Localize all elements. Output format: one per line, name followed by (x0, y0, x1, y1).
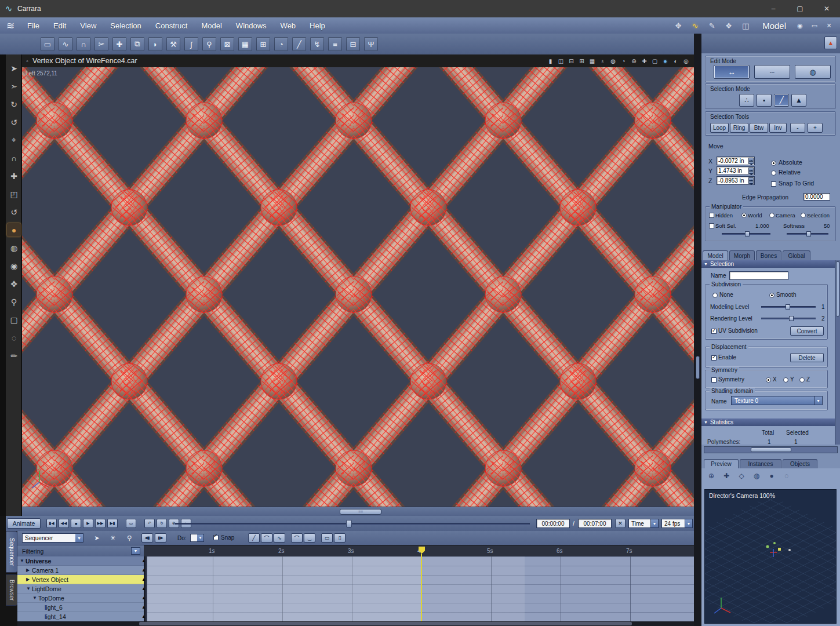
tab-global[interactable]: Global (783, 250, 810, 260)
pencil-tool-icon[interactable]: ✏ (7, 349, 21, 362)
rotate-view-tool-icon[interactable]: ↻ (7, 97, 21, 111)
preview-pan-icon[interactable]: ✚ (721, 471, 732, 481)
vscroll-handle[interactable] (836, 261, 839, 316)
softness-slider[interactable] (787, 231, 828, 236)
keyframe-icon[interactable]: ▲ (141, 605, 146, 610)
window-close-button[interactable]: ✕ (813, 0, 840, 17)
room-texture-icon[interactable]: ✎ (705, 20, 719, 31)
convert-button[interactable]: Convert (790, 326, 824, 336)
camera-tool-icon[interactable]: ◉ (7, 259, 21, 272)
spinner[interactable] (748, 168, 754, 174)
symmetry-checkbox[interactable] (711, 377, 717, 383)
preview-wire-icon[interactable]: ◍ (751, 471, 762, 481)
time-units-dropdown[interactable]: Time▼ (628, 519, 659, 528)
marquee-select-tool-icon[interactable]: ▢ (7, 313, 21, 326)
branch-tool-icon[interactable]: Ψ (364, 37, 378, 51)
orbit-tool-icon[interactable]: ↺ (7, 115, 21, 129)
hscroll-handle[interactable]: ≡≡ (340, 509, 381, 515)
fps-dropdown[interactable]: 24 fps▼ (661, 519, 693, 528)
stop-button[interactable]: ■ (71, 519, 81, 528)
snap-to-grid-checkbox[interactable] (771, 181, 776, 187)
rendering-level-slider[interactable] (761, 316, 816, 321)
uv-subdivision-checkbox[interactable] (711, 329, 717, 334)
axis-z-field[interactable]: -0.8953 in (717, 176, 755, 185)
sweep-tool-icon[interactable]: ↯ (310, 37, 324, 51)
display-textured-icon[interactable]: ◎ (682, 57, 690, 65)
tree-expander-icon[interactable]: ▼ (26, 586, 32, 591)
splitter-handle[interactable] (696, 356, 700, 379)
modeling-level-slider[interactable] (761, 304, 816, 310)
rotate-gizmo-icon[interactable]: ↺ (7, 205, 21, 219)
side-tab-sequencer[interactable]: Sequencer (6, 531, 17, 573)
viewport-canvas[interactable]: Left 2572,11 (22, 67, 694, 507)
do-dropdown[interactable]: ▼ (190, 534, 204, 542)
pin-tool-icon[interactable]: ✚ (112, 37, 126, 51)
hscroll-handle[interactable] (751, 447, 791, 452)
tree-row-topdome[interactable]: ▼TopDome (17, 594, 144, 603)
subdivision-none-radio[interactable] (712, 293, 718, 298)
tree-expander-icon[interactable]: ▼ (32, 595, 38, 600)
room-model-icon[interactable]: ∿ (688, 20, 702, 31)
selection-tool-inv-button[interactable]: Inv (769, 123, 787, 133)
edit-mode-sphere-button[interactable]: ◍ (795, 65, 831, 79)
zoom-tool-icon[interactable]: ⚲ (7, 295, 21, 308)
world-radio[interactable] (741, 213, 747, 218)
display-bbox-icon[interactable]: ▢ (650, 57, 659, 65)
next-key-button[interactable]: ▮▶ (155, 533, 166, 543)
sphere-tool-icon[interactable]: ◔ (274, 37, 288, 51)
pan-hand-tool-icon[interactable]: ✥ (7, 277, 21, 290)
sun-icon[interactable]: ☀ (108, 533, 118, 543)
properties-scrollbar[interactable] (835, 260, 840, 445)
selection-name-input[interactable] (729, 271, 788, 280)
layout-four-icon[interactable]: ⊞ (577, 57, 586, 65)
menu-file[interactable]: File (21, 19, 46, 32)
zoom-range-button[interactable]: ▯ (334, 533, 346, 543)
tree-row-lightdome[interactable]: ▼LightDome (17, 584, 144, 594)
globe-wire-icon[interactable]: ♁ (598, 57, 607, 65)
preview-zoom-icon[interactable]: ◇ (736, 471, 747, 481)
menu-construct[interactable]: Construct (149, 19, 194, 32)
zoom-extent-button[interactable]: ▭ (321, 533, 333, 543)
globe-textured-icon[interactable]: ◔ (619, 57, 628, 65)
hammer-tool-icon[interactable]: ⚒ (166, 37, 180, 51)
properties-hscrollbar[interactable] (704, 446, 838, 453)
keyframe-icon[interactable]: ▲ (141, 586, 146, 591)
tween-bezier-button[interactable]: ⌒ (261, 533, 272, 543)
wrench-tool-icon[interactable]: ⌖ (7, 133, 21, 147)
keyframe-icon[interactable]: ▲ (141, 595, 146, 600)
eye-icon[interactable]: ◉ (795, 21, 805, 30)
prev-frame-button[interactable]: ◀◀ (59, 519, 69, 528)
menu-help[interactable]: Help (303, 19, 332, 32)
end-time-field[interactable]: 00:07:00 (578, 519, 612, 528)
go-start-button[interactable]: ▮◀ (46, 519, 57, 528)
window-maximize-button[interactable]: ▢ (787, 0, 813, 17)
tween-linear-button[interactable]: ╱ (248, 533, 260, 543)
magnifier-icon[interactable]: ⚲ (124, 533, 134, 543)
tab-morph[interactable]: Morph (729, 250, 755, 260)
displacement-delete-button[interactable]: Delete (790, 353, 824, 362)
keyframe-icon[interactable]: ▲ (141, 577, 146, 582)
sequencer-hscrollbar[interactable] (17, 621, 694, 626)
menu-edit[interactable]: Edit (47, 19, 72, 32)
tree-row-light_6[interactable]: light_6 (17, 603, 144, 612)
absolute-radio[interactable] (771, 161, 776, 166)
ease-out-button[interactable]: ‿ (304, 533, 315, 543)
selection-tool-ring-button[interactable]: Ring (730, 123, 748, 133)
timeline-scrubber[interactable] (175, 518, 530, 529)
side-tab-browser[interactable]: Browser (6, 574, 17, 606)
tree-row-universe[interactable]: ▼Universe (17, 556, 144, 566)
magnet-tool-icon[interactable]: ∩ (77, 37, 90, 51)
snap-checkbox[interactable] (213, 535, 219, 540)
room-render-icon[interactable]: ❖ (722, 20, 736, 31)
soft-sel-checkbox[interactable] (709, 223, 714, 228)
edit-mode-edge-button[interactable]: ┄ (754, 65, 790, 79)
camera-radio[interactable] (769, 213, 774, 218)
display-gouraud-icon[interactable]: ◐ (671, 57, 680, 65)
ease-in-button[interactable]: ⌒ (291, 533, 303, 543)
tree-row-light_14[interactable]: light_14 (17, 612, 144, 621)
loop-back-button[interactable]: ↶ (144, 519, 155, 528)
preview-tab-preview[interactable]: Preview (704, 459, 739, 468)
play-button[interactable]: ▶ (83, 519, 93, 528)
panel-minimize-icon[interactable]: ▭ (809, 21, 820, 30)
preview-bbox-icon[interactable]: ◌ (781, 471, 792, 481)
